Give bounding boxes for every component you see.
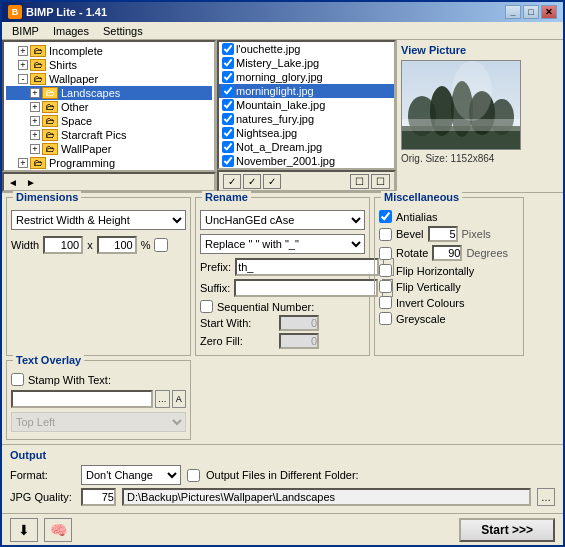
height-input[interactable]: [97, 236, 137, 254]
rotate-check[interactable]: [379, 247, 392, 260]
tree-item-programming[interactable]: + 🗁 Programming: [6, 156, 212, 170]
tree-item-wallpaper2[interactable]: + 🗁 WallPaper: [6, 142, 212, 156]
toggle-incomplete[interactable]: +: [18, 46, 28, 56]
file-check-1[interactable]: [222, 57, 234, 69]
close-button[interactable]: ✕: [541, 5, 557, 19]
maximize-button[interactable]: □: [523, 5, 539, 19]
zero-fill-input[interactable]: [279, 333, 319, 349]
folder-icon-starcraft: 🗁: [42, 129, 58, 141]
toggle-programming[interactable]: +: [18, 158, 28, 168]
text-overlay-row: Text Overlay Stamp With Text: … A Top Le…: [2, 360, 563, 444]
tree-item-landscapes[interactable]: + 🗁 Landscapes: [6, 86, 212, 100]
toggle-space[interactable]: +: [30, 116, 40, 126]
menu-bimp[interactable]: BIMP: [6, 24, 45, 38]
position-select[interactable]: Top Left Top Center Top Right Center Bot…: [11, 412, 186, 432]
case-mode-select[interactable]: UncHanGEd cAse lowercase UPPERCASE Title…: [200, 210, 365, 230]
text-font-button[interactable]: A: [172, 390, 187, 408]
uncheck-button[interactable]: ☐: [350, 174, 369, 189]
file-item-1[interactable]: Mistery_Lake.jpg: [219, 56, 394, 70]
rename-title: Rename: [202, 191, 251, 203]
dimensions-mode-select[interactable]: Restrict Width & Height Stretch to Fit S…: [11, 210, 186, 230]
toggle-other[interactable]: +: [30, 102, 40, 112]
flip-v-check[interactable]: [379, 280, 392, 293]
footer-left: ⬇ 🧠: [10, 518, 72, 542]
path-browse-button[interactable]: …: [537, 488, 555, 506]
file-item-2[interactable]: morning_glory.jpg: [219, 70, 394, 84]
file-item-0[interactable]: l'ouchette.jpg: [219, 42, 394, 56]
invert-check[interactable]: [379, 296, 392, 309]
flip-h-check[interactable]: [379, 264, 392, 277]
file-check-8[interactable]: [222, 155, 234, 167]
bevel-check[interactable]: [379, 228, 392, 241]
rotate-input[interactable]: [432, 245, 462, 261]
toggle-starcraft[interactable]: +: [30, 130, 40, 140]
toggle-wallpaper2[interactable]: +: [30, 144, 40, 154]
file-item-4[interactable]: Mountain_lake.jpg: [219, 98, 394, 112]
tree-nav-prev[interactable]: ◄: [4, 176, 22, 189]
toggle-shirts[interactable]: +: [18, 60, 28, 70]
menu-settings[interactable]: Settings: [97, 24, 149, 38]
tree-item-incomplete[interactable]: + 🗁 Incomplete: [6, 44, 212, 58]
start-with-input[interactable]: [279, 315, 319, 331]
sequential-check[interactable]: [200, 300, 213, 313]
suffix-input[interactable]: [234, 279, 378, 297]
check-group-left: ✓ ✓ ✓: [223, 174, 281, 189]
file-item-7[interactable]: Not_a_Dream.jpg: [219, 140, 394, 154]
prefix-input[interactable]: [235, 258, 379, 276]
text-overlay-section: Text Overlay Stamp With Text: … A Top Le…: [6, 360, 191, 440]
file-list[interactable]: l'ouchette.jpg Mistery_Lake.jpg morning_…: [217, 40, 396, 170]
start-button[interactable]: Start >>>: [459, 518, 555, 542]
antialias-check[interactable]: [379, 210, 392, 223]
file-check-3[interactable]: [222, 85, 234, 97]
file-check-5[interactable]: [222, 113, 234, 125]
file-item-3[interactable]: morninglight.jpg: [219, 84, 394, 98]
file-item-8[interactable]: November_2001.jpg: [219, 154, 394, 168]
tree-item-starcraft[interactable]: + 🗁 Starcraft Pics: [6, 128, 212, 142]
file-name-3: morninglight.jpg: [236, 85, 314, 97]
tree-item-other[interactable]: + 🗁 Other: [6, 100, 212, 114]
file-name-7: Not_a_Dream.jpg: [236, 141, 322, 153]
format-select[interactable]: Don't Change JPG PNG BMP GIF: [81, 465, 181, 485]
toggle-landscapes[interactable]: +: [30, 88, 40, 98]
file-check-2[interactable]: [222, 71, 234, 83]
file-check-0[interactable]: [222, 43, 234, 55]
tree-nav-next[interactable]: ►: [22, 176, 40, 189]
folder-icon-programming: 🗁: [30, 157, 46, 169]
tree-item-wallpaper[interactable]: - 🗁 Wallpaper: [6, 72, 212, 86]
tree-item-shirts[interactable]: + 🗁 Shirts: [6, 58, 212, 72]
quality-input[interactable]: [81, 488, 116, 506]
toggle-wallpaper[interactable]: -: [18, 74, 28, 84]
check-button-3[interactable]: ✓: [263, 174, 281, 189]
file-tree[interactable]: + 🗁 Incomplete + 🗁 Shirts - 🗁 Wallpaper: [2, 40, 216, 172]
menu-images[interactable]: Images: [47, 24, 95, 38]
file-check-6[interactable]: [222, 127, 234, 139]
check-all-button[interactable]: ✓: [223, 174, 241, 189]
text-overlay-input[interactable]: [11, 390, 153, 408]
text-pick-button[interactable]: …: [155, 390, 170, 408]
bevel-input[interactable]: [428, 226, 458, 242]
title-controls: _ □ ✕: [505, 5, 557, 19]
tree-item-space[interactable]: + 🗁 Space: [6, 114, 212, 128]
file-check-4[interactable]: [222, 99, 234, 111]
diff-folder-check[interactable]: [187, 469, 200, 482]
help-button[interactable]: 🧠: [44, 518, 72, 542]
file-item-6[interactable]: Nightsea.jpg: [219, 126, 394, 140]
file-check-7[interactable]: [222, 141, 234, 153]
replace-mode-select[interactable]: Replace " " with "_" No Replace: [200, 234, 365, 254]
text-overlay-title: Text Overlay: [13, 354, 84, 366]
minimize-button[interactable]: _: [505, 5, 521, 19]
greyscale-check[interactable]: [379, 312, 392, 325]
download-button[interactable]: ⬇: [10, 518, 38, 542]
uncheck-button-2[interactable]: ☐: [371, 174, 390, 189]
check-button-2[interactable]: ✓: [243, 174, 261, 189]
stamp-check[interactable]: [11, 373, 24, 386]
width-input[interactable]: [43, 236, 83, 254]
output-path-input[interactable]: [122, 488, 531, 506]
misc-rotate-row: Rotate Degrees: [379, 245, 519, 261]
text-input-row: … A: [11, 390, 186, 408]
dimensions-title: Dimensions: [13, 191, 81, 203]
file-item-5[interactable]: natures_fury.jpg: [219, 112, 394, 126]
width-label: Width: [11, 239, 39, 251]
dimensions-lock-check[interactable]: [154, 238, 168, 252]
tree-label-wallpaper2: WallPaper: [61, 143, 111, 155]
